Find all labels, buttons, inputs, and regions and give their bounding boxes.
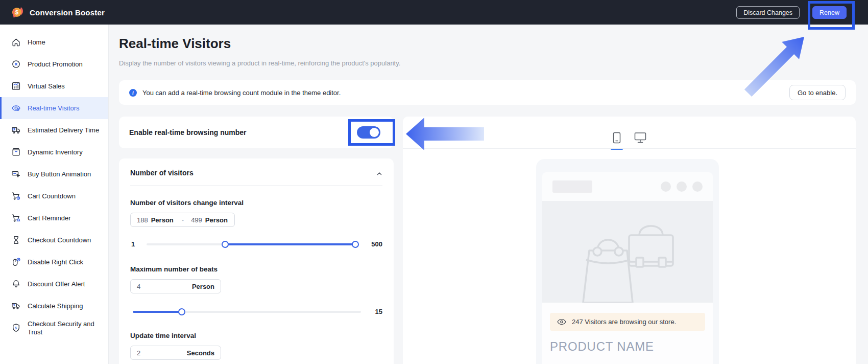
max-beats-slider: 15 [130, 308, 382, 315]
interval-max-unit: Person [205, 216, 228, 224]
number-of-visitors-card: Number of visitors Number of visitors ch… [119, 158, 394, 364]
mockup-product-name: PRODUCT NAME [550, 339, 705, 354]
sidebar-item-real-time-visitors[interactable]: Real-time Visitors [0, 97, 108, 119]
sidebar-item-cart-countdown[interactable]: Cart Countdown [0, 185, 108, 207]
visitors-badge: 247 Visitors are browsing our store. [550, 313, 705, 331]
mockup-product-image [542, 201, 713, 303]
info-icon: i [129, 89, 137, 97]
slider-handle-min[interactable] [222, 241, 229, 248]
shipping-truck-icon: $ [11, 301, 21, 311]
shopping-bags-icon [574, 215, 681, 303]
app-logo-icon: $ [11, 6, 25, 19]
home-icon [11, 37, 21, 47]
inventory-box-icon [11, 147, 21, 157]
sidebar-item-label: Real-time Visitors [28, 104, 80, 112]
slider-track[interactable] [147, 243, 356, 245]
sidebar-item-calculate-shipping[interactable]: $ Calculate Shipping [0, 295, 108, 317]
sidebar-item-checkout-countdown[interactable]: Checkout Countdown [0, 229, 108, 251]
button-cursor-icon [11, 169, 21, 179]
slider-handle-max[interactable] [352, 241, 359, 248]
sidebar-item-label: Checkout Countdown [28, 236, 91, 244]
slider-max-label: 15 [375, 308, 382, 315]
slider-handle[interactable] [178, 308, 185, 315]
visitors-eye-icon [11, 103, 21, 113]
collapse-chevron-icon[interactable] [376, 170, 382, 176]
go-to-enable-button[interactable]: Go to enable. [789, 85, 846, 100]
enable-toggle-card: Enable real-time browsing number [119, 117, 394, 148]
sidebar-item-estimated-delivery-time[interactable]: Estimated Delivery Time [0, 119, 108, 141]
sidebar-item-label: Cart Reminder [28, 214, 71, 222]
sidebar-item-buy-button-animation[interactable]: Buy Button Animation [0, 163, 108, 185]
main-content: Real-time Visitors Display the number of… [109, 25, 868, 364]
mockup-body: 247 Visitors are browsing our store. PRO… [542, 303, 713, 364]
enable-toggle-label: Enable real-time browsing number [129, 128, 247, 136]
sidebar-item-dynamic-inventory[interactable]: Dynamic Inventory [0, 141, 108, 163]
toggle-knob [370, 128, 379, 137]
update-interval-value: 2 [137, 349, 140, 357]
cart-bell-icon [11, 213, 21, 223]
brand: $ Conversion Booster [11, 6, 105, 19]
svg-text:$: $ [13, 304, 15, 307]
mobile-preview-icon[interactable] [613, 132, 621, 146]
app-title: Conversion Booster [30, 8, 105, 17]
renew-button[interactable]: Renew [812, 6, 847, 19]
bell-icon [11, 279, 21, 289]
sidebar-item-virtual-sales[interactable]: Virtual Sales [0, 75, 108, 97]
visitors-interval-slider: 1 500 [130, 241, 382, 248]
max-beats-input[interactable]: 4 Person [130, 279, 221, 293]
sidebar-item-label: Product Promotion [28, 60, 83, 69]
slider-track[interactable] [133, 311, 361, 313]
hourglass-icon [11, 235, 21, 245]
interval-min-value: 188 [137, 216, 148, 224]
mockup-header [542, 172, 713, 201]
sidebar-item-label: Discount Offer Alert [28, 280, 85, 288]
page-subtitle: Display the number of visitors viewing a… [119, 59, 400, 67]
slider-range-fill [225, 243, 355, 245]
storefront-mockup: 247 Visitors are browsing our store. PRO… [536, 159, 719, 364]
svg-text:$: $ [15, 9, 18, 15]
mockup-logo-placeholder [552, 180, 592, 193]
promotion-icon [11, 59, 21, 69]
enable-toggle-switch[interactable] [357, 126, 380, 139]
max-beats-label: Maximum number of beats [130, 265, 382, 273]
sidebar-item-discount-offer-alert[interactable]: Discount Offer Alert [0, 273, 108, 295]
cart-clock-icon [11, 191, 21, 201]
discard-changes-button[interactable]: Discard Changes [736, 6, 800, 19]
svg-text:$: $ [15, 326, 17, 330]
sidebar-item-product-promotion[interactable]: Product Promotion [0, 53, 108, 75]
sidebar-item-label: Buy Button Animation [28, 170, 91, 178]
sidebar-item-label: Checkout Security and Trust [28, 320, 103, 336]
visitors-interval-label: Number of visitors change interval [130, 199, 382, 207]
sidebar-item-cart-reminder[interactable]: Cart Reminder [0, 207, 108, 229]
visitors-interval-input[interactable]: 188 Person - 499 Person [130, 213, 235, 227]
sidebar-item-label: Dynamic Inventory [28, 148, 83, 156]
topbar-actions: Discard Changes Renew [736, 6, 847, 19]
sidebar-item-home[interactable]: Home [0, 31, 108, 53]
preview-panel: 247 Visitors are browsing our store. PRO… [403, 117, 856, 364]
interval-separator: - [182, 216, 184, 224]
sidebar-item-label: Calculate Shipping [28, 302, 83, 310]
sidebar-item-checkout-security-and-trust[interactable]: $ Checkout Security and Trust [0, 317, 108, 339]
section-title: Number of visitors [130, 169, 194, 177]
delivery-truck-icon [11, 125, 21, 135]
interval-max-value: 499 [191, 216, 202, 224]
update-interval-label: Update time interval [130, 332, 382, 339]
visitors-badge-text: 247 Visitors are browsing our store. [572, 318, 676, 326]
device-toggle [403, 132, 856, 146]
topbar: $ Conversion Booster Discard Changes Ren… [0, 0, 868, 25]
update-interval-unit: Seconds [187, 349, 214, 357]
page-title: Real-time Visitors [119, 36, 231, 52]
max-beats-unit: Person [192, 283, 214, 290]
sidebar-item-disable-right-click[interactable]: Disable Right Click [0, 251, 108, 273]
mouse-block-icon [11, 257, 21, 267]
mockup-nav-dots [661, 181, 703, 192]
sidebar-item-label: Disable Right Click [28, 258, 83, 266]
sidebar-item-label: Cart Countdown [28, 192, 76, 200]
sidebar-item-label: Virtual Sales [28, 82, 65, 90]
update-interval-input[interactable]: 2 Seconds [130, 346, 221, 360]
sales-chart-icon [11, 81, 21, 91]
shield-dollar-icon: $ [11, 323, 21, 333]
desktop-preview-icon[interactable] [634, 132, 646, 146]
slider-min-label: 1 [131, 241, 135, 248]
info-banner-text: You can add a real-time browsing count m… [142, 89, 341, 97]
